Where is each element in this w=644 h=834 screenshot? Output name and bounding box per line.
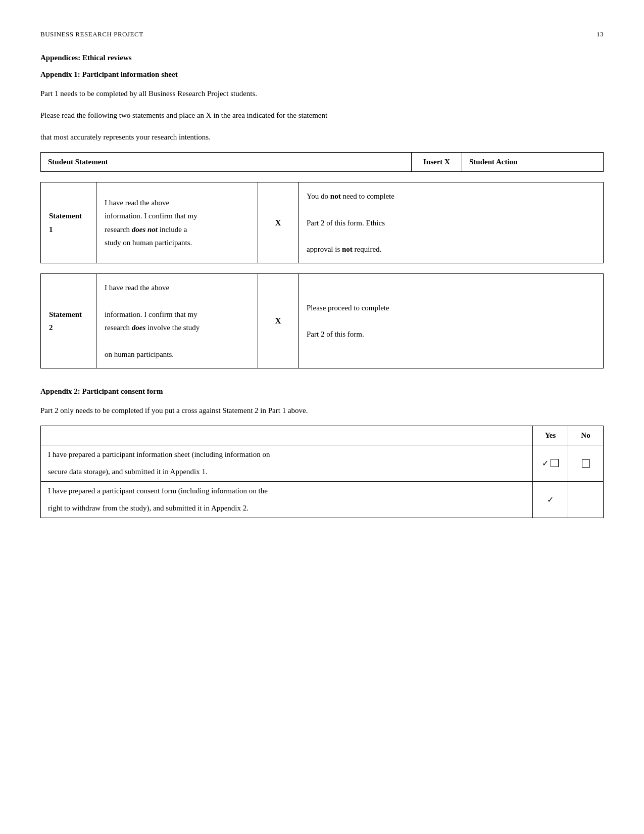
part1-text3: that most accurately represents your res… bbox=[40, 130, 604, 144]
consent-col-no: No bbox=[568, 426, 604, 445]
appendix1-heading: Appendix 1: Participant information shee… bbox=[40, 70, 604, 79]
part1-text2: Please read the following two statements… bbox=[40, 109, 604, 122]
statement1-insert: X bbox=[258, 182, 299, 263]
part2-text: Part 2 only needs to be completed if you… bbox=[40, 404, 604, 418]
appendix2-heading: Appendix 2: Participant consent form bbox=[40, 387, 604, 396]
consent-row2-text: I have prepared a participant consent fo… bbox=[41, 481, 533, 518]
statement1-table: Statement1 I have read the above informa… bbox=[40, 182, 604, 263]
statement1-action: You do not need to complete Part 2 of th… bbox=[299, 182, 604, 263]
col-student-statement: Student Statement bbox=[41, 153, 412, 172]
consent-row2-yes: ✓ bbox=[533, 481, 568, 518]
header-table: Student Statement Insert X Student Actio… bbox=[40, 152, 604, 172]
part1-text1: Part 1 needs to be completed by all Busi… bbox=[40, 87, 604, 101]
statement2-text: I have read the above information. I con… bbox=[96, 274, 258, 368]
col-student-action: Student Action bbox=[462, 153, 604, 172]
consent-empty-header bbox=[41, 426, 533, 445]
statement2-table: Statement2 I have read the above informa… bbox=[40, 273, 604, 368]
statement1-text: I have read the above information. I con… bbox=[96, 182, 258, 263]
page-number: 13 bbox=[597, 30, 604, 38]
document-title: BUSINESS RESEARCH PROJECT bbox=[40, 30, 143, 38]
statement2-insert: X bbox=[258, 274, 299, 368]
statement2-action: Please proceed to complete Part 2 of thi… bbox=[299, 274, 604, 368]
document-header: BUSINESS RESEARCH PROJECT 13 bbox=[40, 30, 604, 38]
consent-row-1: I have prepared a participant informatio… bbox=[41, 445, 604, 481]
consent-col-yes: Yes bbox=[533, 426, 568, 445]
appendices-heading: Appendices: Ethical reviews bbox=[40, 54, 604, 62]
col-insert-x: Insert X bbox=[412, 153, 462, 172]
statement1-label: Statement1 bbox=[41, 182, 96, 263]
consent-row-2: I have prepared a participant consent fo… bbox=[41, 481, 604, 518]
consent-row1-yes: ✓ bbox=[533, 445, 568, 481]
consent-row1-text: I have prepared a participant informatio… bbox=[41, 445, 533, 481]
consent-row2-no bbox=[568, 481, 604, 518]
statement2-label: Statement2 bbox=[41, 274, 96, 368]
consent-table: Yes No I have prepared a participant inf… bbox=[40, 426, 604, 518]
consent-row1-no bbox=[568, 445, 604, 481]
